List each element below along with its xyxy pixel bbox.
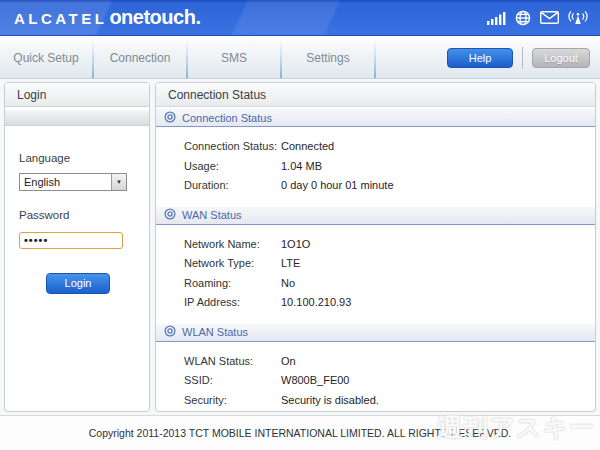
status-row: SSID:W800B_FE00	[156, 371, 595, 391]
section-header-wan-status: WAN Status	[156, 207, 595, 225]
language-selected-value: English	[20, 176, 111, 188]
row-value: On	[281, 352, 296, 372]
status-icon-tray	[487, 10, 588, 26]
status-row: User(s):1/10	[156, 410, 595, 412]
row-label: WLAN Status:	[184, 352, 281, 372]
row-label: Network Name:	[184, 235, 281, 255]
row-value: Connected	[281, 137, 334, 157]
row-label: Usage:	[184, 157, 281, 177]
brand-dot: .	[195, 6, 201, 29]
row-label: Roaming:	[184, 274, 281, 294]
brand-logo: ALCATEL onetouch .	[14, 6, 201, 29]
section-rows: Connection Status:Connected Usage:1.04 M…	[156, 127, 595, 205]
status-row: Usage:1.04 MB	[156, 157, 595, 177]
bullseye-icon	[164, 208, 176, 222]
section-title: Connection Status	[182, 112, 272, 124]
row-value: No	[281, 274, 295, 294]
password-input[interactable]	[19, 232, 123, 249]
section-rows: WLAN Status:On SSID:W800B_FE00 Security:…	[156, 342, 595, 413]
top-header: ALCATEL onetouch .	[0, 0, 600, 36]
wifi-broadcast-icon	[568, 10, 588, 25]
status-row: Connection Status:Connected	[156, 137, 595, 157]
row-value: W800B_FE00	[281, 371, 349, 391]
row-label: Connection Status:	[184, 137, 281, 157]
row-value: 1/10	[281, 410, 302, 412]
login-panel: Login Language English ▼ Password Login	[4, 82, 150, 412]
dropdown-arrow-icon[interactable]: ▼	[111, 174, 126, 190]
tab-settings[interactable]: Settings	[282, 37, 374, 78]
login-button[interactable]: Login	[46, 273, 110, 294]
tab-connection[interactable]: Connection	[94, 37, 186, 78]
copyright-text: Copyright 2011-2013 TCT MOBILE INTERNATI…	[89, 427, 511, 439]
section-header-wlan-status: WLAN Status	[156, 324, 595, 342]
row-value: 0 day 0 hour 01 minute	[281, 176, 394, 196]
status-row: Network Type:LTE	[156, 254, 595, 274]
button-divider	[522, 47, 523, 69]
status-row: Security:Security is disabled.	[156, 391, 595, 411]
page: ALCATEL onetouch .	[0, 0, 600, 449]
connection-status-panel: Connection Status Connection Status Conn…	[155, 82, 596, 412]
tab-separator	[374, 37, 376, 78]
row-value: LTE	[281, 254, 300, 274]
password-label: Password	[19, 209, 137, 221]
section-rows: Network Name:1O1O Network Type:LTE Roami…	[156, 225, 595, 322]
login-panel-strip	[5, 109, 149, 126]
row-label: IP Address:	[184, 293, 281, 313]
status-panel-title: Connection Status	[156, 83, 595, 107]
row-label: Security:	[184, 391, 281, 411]
brand-alcatel: ALCATEL	[14, 10, 107, 27]
section-header-connection-status: Connection Status	[156, 109, 595, 127]
status-row: IP Address:10.100.210.93	[156, 293, 595, 313]
row-value: 1O1O	[281, 235, 310, 255]
mail-icon	[540, 11, 559, 24]
tab-quick-setup[interactable]: Quick Setup	[0, 37, 92, 78]
language-label: Language	[19, 152, 137, 164]
section-title: WAN Status	[182, 209, 242, 221]
help-button[interactable]: Help	[447, 48, 513, 68]
section-title: WLAN Status	[182, 326, 248, 338]
logout-button[interactable]: Logout	[532, 48, 590, 68]
row-value: 10.100.210.93	[281, 293, 351, 313]
tab-sms[interactable]: SMS	[188, 37, 280, 78]
main-nav: Quick Setup Connection SMS Settings Help…	[0, 36, 600, 79]
login-form: Language English ▼ Password Login	[5, 126, 149, 294]
row-value: 1.04 MB	[281, 157, 322, 177]
nav-actions: Help Logout	[447, 37, 590, 78]
globe-network-icon	[515, 10, 531, 26]
row-label: User(s):	[184, 410, 281, 412]
status-row: Duration:0 day 0 hour 01 minute	[156, 176, 595, 196]
bullseye-icon	[164, 325, 176, 339]
row-label: Duration:	[184, 176, 281, 196]
signal-strength-icon	[487, 11, 506, 25]
row-label: SSID:	[184, 371, 281, 391]
row-label: Network Type:	[184, 254, 281, 274]
row-value: Security is disabled.	[281, 391, 379, 411]
login-panel-title: Login	[5, 83, 149, 107]
status-row: Roaming:No	[156, 274, 595, 294]
status-row: Network Name:1O1O	[156, 235, 595, 255]
content-area: Login Language English ▼ Password Login …	[0, 79, 600, 412]
bullseye-icon	[164, 111, 176, 125]
status-row: WLAN Status:On	[156, 352, 595, 372]
language-select[interactable]: English ▼	[19, 173, 127, 191]
footer: Copyright 2011-2013 TCT MOBILE INTERNATI…	[0, 415, 600, 449]
brand-onetouch: onetouch	[109, 6, 195, 29]
